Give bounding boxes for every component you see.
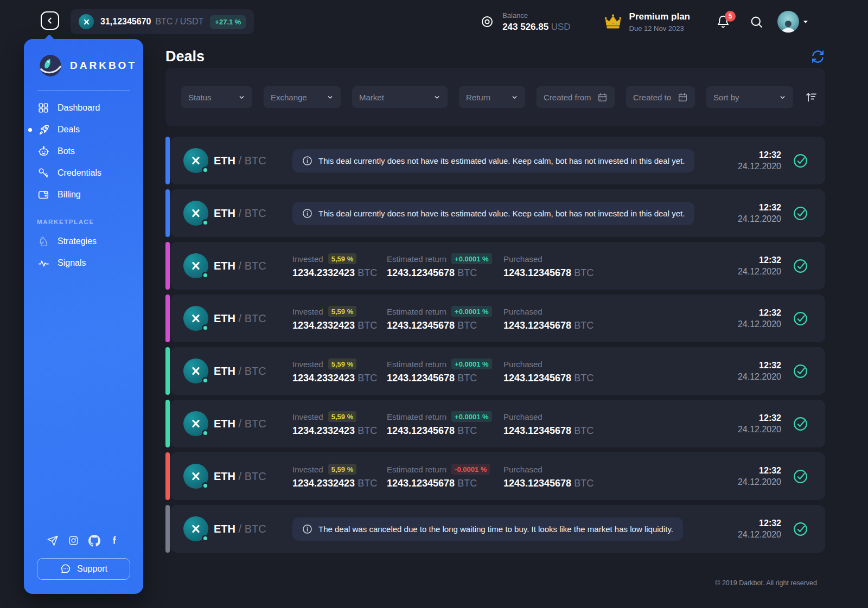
sidebar-item-dashboard[interactable]: Dashboard [37,97,130,119]
sidebar-item-bots[interactable]: Bots [37,140,130,162]
invested-percent-badge: 5,59 % [328,253,356,264]
deal-meta: 12:3224.12.2020 [738,150,808,171]
sidebar-item-label: Credentials [58,168,101,178]
sidebar-item-deals[interactable]: Deals [37,119,130,140]
estimated-column: Estimated return+0.0001 %1243.12345678BT… [387,411,503,437]
chevron-down-icon [433,94,441,101]
pair-base: ETH [214,260,235,272]
column-label-text: Purchased [503,412,542,421]
deal-time: 12:32 [738,466,781,476]
filter-sort-by[interactable]: Sort by [706,86,793,108]
filter-exchange[interactable]: Exchange [264,86,341,108]
pair-base: ETH [214,523,235,535]
filter-market[interactable]: Market [352,86,448,108]
amount-unit: BTC [358,373,377,383]
topbar: 31,12345670 BTC / USDT +27.1 % Balance 2… [0,0,868,43]
info-icon [302,524,312,534]
deal-accent-bar [165,189,170,237]
github-link[interactable] [88,535,100,547]
logo[interactable]: DARKBOT [38,53,130,78]
amount: 1243.12345678 [387,478,455,489]
chevron-down-icon [779,94,786,101]
collapse-sidebar-button[interactable] [41,11,59,30]
avatar[interactable] [777,11,799,33]
ticker-widget[interactable]: 31,12345670 BTC / USDT +27.1 % [71,9,254,34]
instagram-icon [68,535,79,547]
amount-unit: BTC [358,320,377,331]
deal-card[interactable]: ETH / BTCThe deal was canceled due to th… [170,505,825,553]
sidebar-item-credentials[interactable]: Credentials [37,162,130,184]
main-content: Deals StatusExchangeMarketReturnCreated … [165,46,825,558]
calendar-icon [678,92,688,103]
deal-date: 24.12.2020 [738,372,781,382]
dashboard-icon [37,101,50,114]
column-label-text: Purchased [503,254,542,264]
column-label-text: Invested [292,307,323,316]
column-label-text: Estimated return [387,307,446,316]
filter-created-to[interactable]: Created to [626,86,695,108]
pair-base: ETH [214,155,235,167]
column-value: 1243.12345678BTC [387,478,503,489]
deal-card[interactable]: ETH / BTCInvested5,59 %1234.2332423BTCEs… [170,295,825,342]
sidebar-item-billing[interactable]: Billing [37,184,130,206]
deal-card[interactable]: ETH / BTCThis deal currently does not ha… [170,137,825,184]
amount-unit: BTC [358,425,377,436]
amount-unit: BTC [457,320,477,331]
exchange-pair-icon [183,411,208,436]
instagram-link[interactable] [68,535,79,547]
deal-data-columns: Invested5,59 %1234.2332423BTCEstimated r… [292,464,738,489]
page-title: Deals [165,48,205,65]
refresh-button[interactable] [810,49,825,64]
sidebar-item-label: Billing [58,190,81,200]
deal-card[interactable]: ETH / BTCInvested5,59 %1234.2332423BTCEs… [170,400,825,447]
balance-visibility-button[interactable] [481,15,494,28]
status-dot [202,535,209,542]
amount: 1243.12345678 [503,320,571,331]
support-label: Support [77,564,107,574]
amount-unit: BTC [358,267,377,278]
sort-direction-button[interactable] [805,91,818,104]
sidebar-item-signals[interactable]: Signals [37,252,130,274]
sidebar-item-strategies[interactable]: ♘Strategies [37,231,130,252]
deal-card[interactable]: ETH / BTCInvested5,59 %1234.2332423BTCEs… [170,242,825,290]
balance-label: Balance [502,11,570,20]
sidebar-item-label: Deals [58,125,80,135]
deal-pair: ETH / BTC [214,260,292,272]
amount: 1243.12345678 [503,425,571,436]
deal-row: ETH / BTCInvested5,59 %1234.2332423BTCEs… [165,295,825,342]
column-value: 1243.12345678BTC [503,267,628,279]
chevron-down-icon [327,94,334,101]
deal-row: ETH / BTCThe deal was canceled due to th… [165,505,825,553]
invested-percent-badge: 5,59 % [328,306,356,317]
pair-quote: BTC [245,418,266,430]
amount: 1243.12345678 [503,267,571,278]
deal-details: Invested5,59 %1234.2332423BTCEstimated r… [292,306,738,331]
search-button[interactable] [750,15,763,29]
deal-meta: 12:3224.12.2020 [738,255,808,277]
sidebar-nav: DashboardDealsBotsCredentialsBilling [37,97,130,206]
deal-row: ETH / BTCInvested5,59 %1234.2332423BTCEs… [165,452,825,500]
sidebar-item-label: Bots [58,146,75,156]
facebook-link[interactable] [110,535,120,547]
support-button[interactable]: Support [37,558,130,580]
chevron-down-icon [238,94,245,101]
amount-unit: BTC [574,373,593,383]
chevron-down-icon[interactable] [803,20,808,24]
deal-card[interactable]: ETH / BTCThis deal currently does not ha… [170,189,825,237]
pair-separator: / [235,207,245,219]
filter-status[interactable]: Status [181,86,252,108]
deal-card[interactable]: ETH / BTCInvested5,59 %1234.2332423BTCEs… [170,347,825,395]
github-icon [88,535,100,547]
telegram-link[interactable] [47,535,59,547]
ticker-change-badge: +27.1 % [210,15,246,29]
filter-label: Created from [544,93,591,102]
deal-card[interactable]: ETH / BTCInvested5,59 %1234.2332423BTCEs… [170,452,825,500]
invested-column: Invested5,59 %1234.2332423BTC [292,411,387,437]
filter-created-from[interactable]: Created from [537,86,615,108]
estimated-return-badge: +0.0001 % [451,306,492,317]
filter-return[interactable]: Return [459,86,525,108]
deal-accent-bar [165,137,170,184]
deal-row: ETH / BTCInvested5,59 %1234.2332423BTCEs… [165,242,825,290]
deal-row: ETH / BTCInvested5,59 %1234.2332423BTCEs… [165,347,825,395]
search-icon [750,15,763,29]
